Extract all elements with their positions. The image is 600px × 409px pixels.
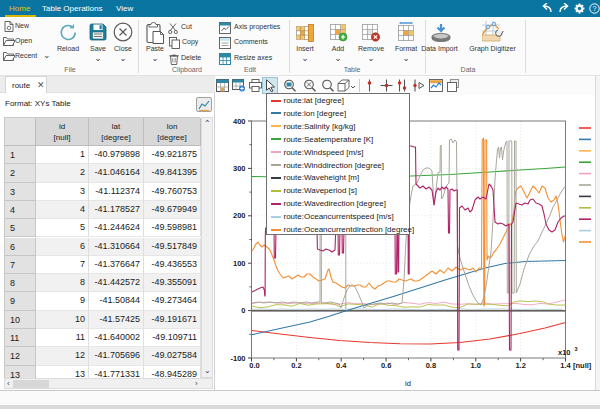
svg-text:100: 100 (233, 259, 246, 268)
svg-text:0.8: 0.8 (426, 361, 436, 370)
svg-text:id: id (405, 379, 411, 388)
svg-text:-100: -100 (230, 354, 245, 363)
svg-text:300: 300 (233, 164, 246, 173)
svg-text:3: 3 (575, 346, 578, 352)
svg-text:0.2: 0.2 (291, 361, 301, 370)
svg-text:0: 0 (241, 306, 245, 315)
svg-text:0.6: 0.6 (381, 361, 391, 370)
svg-text:0.0: 0.0 (249, 361, 259, 370)
svg-text:1.2: 1.2 (515, 361, 525, 370)
svg-text:0.4: 0.4 (336, 361, 347, 370)
svg-text:?: ? (593, 5, 597, 12)
svg-text:1.0: 1.0 (471, 361, 481, 370)
svg-text:x10: x10 (558, 348, 571, 357)
svg-text:400: 400 (233, 117, 246, 126)
svg-text:200: 200 (233, 211, 246, 220)
svg-text:1.4: 1.4 (560, 361, 571, 370)
svg-text:[null]: [null] (573, 361, 592, 370)
